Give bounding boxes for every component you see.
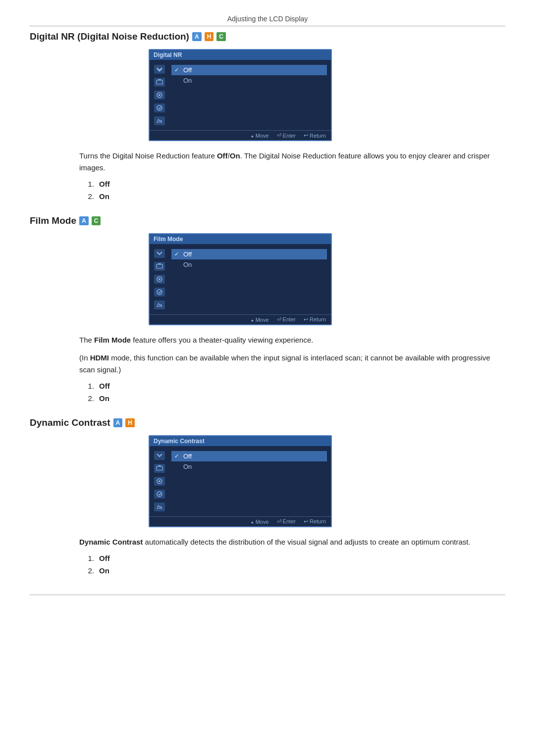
osd-footer-dynamic-contrast: ⬥ Move ⏎ Enter ↩ Return bbox=[150, 516, 331, 526]
list-num-2-dc: 2. bbox=[84, 566, 94, 575]
osd-footer-digital-nr: ⬥ Move ⏎ Enter ↩ Return bbox=[150, 130, 331, 140]
section-title-text-digital-nr: Digital NR (Digital Noise Reduction) bbox=[30, 31, 189, 42]
desc2-film-mode: (In HDMI mode, this function can be avai… bbox=[79, 352, 495, 376]
badge-c-digital-nr: C bbox=[216, 32, 226, 42]
top-rule bbox=[30, 26, 505, 26]
osd-digital-nr: Digital NR bbox=[149, 49, 332, 141]
list-film-mode: 1. Off 2. On bbox=[84, 382, 495, 403]
section-body-digital-nr: Turns the Digital Noise Reduction featur… bbox=[79, 150, 495, 201]
desc1-film-mode: The Film Mode feature offers you a theat… bbox=[79, 334, 495, 346]
osd-icon-fm-3-svg bbox=[156, 276, 163, 283]
osd-item-on-film-mode: On bbox=[171, 259, 327, 270]
osd-icon-dc-4 bbox=[154, 490, 165, 499]
osd-label-off-dc: Off bbox=[183, 453, 192, 460]
osd-label-on-digital-nr: On bbox=[183, 77, 192, 84]
desc-dynamic-contrast: Dynamic Contrast automatically detects t… bbox=[79, 536, 495, 548]
list-item-1-film-mode: 1. Off bbox=[84, 382, 495, 390]
svg-point-8 bbox=[159, 278, 160, 280]
osd-label-off-digital-nr: Off bbox=[183, 66, 192, 74]
osd-icon-fm-5 bbox=[154, 301, 165, 309]
osd-footer-enter-fm: ⏎ Enter bbox=[277, 316, 296, 323]
badge-a-digital-nr: A bbox=[192, 32, 202, 42]
page-container: Adjusting the LCD Display Digital NR (Di… bbox=[0, 0, 535, 625]
osd-icon-fm-1 bbox=[154, 249, 165, 258]
osd-menu-items-dynamic-contrast: ✓ Off On bbox=[169, 449, 331, 513]
list-dynamic-contrast: 1. Off 2. On bbox=[84, 554, 495, 575]
list-num-1-dc: 1. bbox=[84, 554, 94, 562]
osd-icon-dc-5-svg bbox=[156, 504, 163, 510]
osd-body-dynamic-contrast: ✓ Off On bbox=[150, 446, 331, 516]
osd-icon-1-svg bbox=[156, 66, 163, 73]
osd-film-mode: Film Mode bbox=[149, 233, 332, 325]
osd-title-digital-nr: Digital NR bbox=[150, 50, 331, 60]
osd-menu-items-digital-nr: ✓ Off On bbox=[169, 63, 331, 127]
osd-item-off-dynamic-contrast: ✓ Off bbox=[171, 451, 327, 461]
osd-footer-return: ↩ Return bbox=[304, 132, 326, 139]
badge-h-digital-nr: H bbox=[205, 32, 214, 42]
osd-label-on-dc: On bbox=[183, 463, 192, 470]
list-item-2-dynamic-contrast: 2. On bbox=[84, 566, 495, 575]
list-text-2-dc: On bbox=[99, 566, 109, 575]
svg-rect-5 bbox=[157, 264, 162, 268]
osd-footer-return-fm: ↩ Return bbox=[304, 316, 326, 323]
osd-icon-5-svg bbox=[156, 117, 163, 124]
section-film-mode: Film Mode A C Film Mode bbox=[30, 215, 505, 403]
osd-footer-return-dc: ↩ Return bbox=[304, 518, 326, 525]
section-body-film-mode: The Film Mode feature offers you a theat… bbox=[79, 334, 495, 403]
osd-icon-dc-3-svg bbox=[156, 478, 163, 485]
list-num-2-film-mode: 2. bbox=[84, 394, 94, 403]
osd-icon-dc-5 bbox=[154, 503, 165, 511]
svg-rect-0 bbox=[157, 80, 162, 84]
osd-icons-digital-nr bbox=[150, 63, 169, 127]
osd-icon-5 bbox=[154, 116, 165, 125]
osd-box-dynamic-contrast: Dynamic Contrast bbox=[149, 435, 332, 527]
list-text-1-digital-nr: Off bbox=[99, 180, 110, 188]
osd-icon-dc-1-svg bbox=[156, 452, 163, 459]
osd-title-dynamic-contrast: Dynamic Contrast bbox=[150, 436, 331, 446]
list-text-2-digital-nr: On bbox=[99, 192, 109, 201]
svg-rect-10 bbox=[157, 466, 162, 470]
section-title-film-mode: Film Mode A C bbox=[30, 215, 505, 226]
osd-icon-4 bbox=[154, 103, 165, 112]
osd-icon-dc-4-svg bbox=[156, 491, 163, 498]
section-body-dynamic-contrast: Dynamic Contrast automatically detects t… bbox=[79, 536, 495, 575]
osd-label-off-film-mode: Off bbox=[183, 251, 192, 258]
osd-icon-fm-3 bbox=[154, 275, 165, 284]
badge-a-dynamic-contrast: A bbox=[113, 418, 123, 428]
osd-footer-enter: ⏎ Enter bbox=[277, 132, 296, 139]
osd-icons-dynamic-contrast bbox=[150, 449, 169, 513]
svg-rect-1 bbox=[158, 79, 161, 80]
osd-item-on-digital-nr: On bbox=[171, 75, 327, 86]
osd-icon-dc-3 bbox=[154, 477, 165, 486]
page-header: Adjusting the LCD Display bbox=[30, 15, 505, 23]
list-text-1-film-mode: Off bbox=[99, 382, 110, 390]
osd-icon-dc-2 bbox=[154, 464, 165, 473]
osd-check-off-digital-nr: ✓ bbox=[174, 67, 180, 73]
osd-icon-2 bbox=[154, 78, 165, 87]
osd-body-digital-nr: ✓ Off On bbox=[150, 60, 331, 130]
section-title-text-dynamic-contrast: Dynamic Contrast bbox=[30, 417, 110, 428]
osd-footer-move-dc: ⬥ Move bbox=[251, 518, 269, 525]
section-digital-nr: Digital NR (Digital Noise Reduction) A H… bbox=[30, 31, 505, 201]
list-text-2-film-mode: On bbox=[99, 394, 109, 403]
list-item-2-digital-nr: 2. On bbox=[84, 192, 495, 201]
list-text-1-dc: Off bbox=[99, 554, 110, 562]
svg-point-3 bbox=[159, 94, 160, 96]
osd-icon-3-svg bbox=[156, 92, 163, 99]
osd-icon-fm-2 bbox=[154, 262, 165, 271]
osd-footer-move: ⬥ Move bbox=[251, 132, 269, 139]
osd-icon-2-svg bbox=[156, 79, 163, 86]
osd-footer-move-fm: ⬥ Move bbox=[251, 316, 269, 323]
list-num-1-film-mode: 1. bbox=[84, 382, 94, 390]
svg-point-13 bbox=[159, 480, 160, 482]
section-dynamic-contrast: Dynamic Contrast A H Dynamic Contrast bbox=[30, 417, 505, 575]
osd-footer-film-mode: ⬥ Move ⏎ Enter ↩ Return bbox=[150, 314, 331, 324]
list-digital-nr: 1. Off 2. On bbox=[84, 180, 495, 201]
list-num-2-digital-nr: 2. bbox=[84, 192, 94, 201]
list-item-2-film-mode: 2. On bbox=[84, 394, 495, 403]
osd-check-off-dc: ✓ bbox=[174, 453, 180, 459]
osd-icon-dc-2-svg bbox=[156, 465, 163, 472]
osd-menu-items-film-mode: ✓ Off On bbox=[169, 247, 331, 311]
bottom-rule bbox=[30, 595, 505, 595]
page-title: Adjusting the LCD Display bbox=[227, 15, 308, 23]
